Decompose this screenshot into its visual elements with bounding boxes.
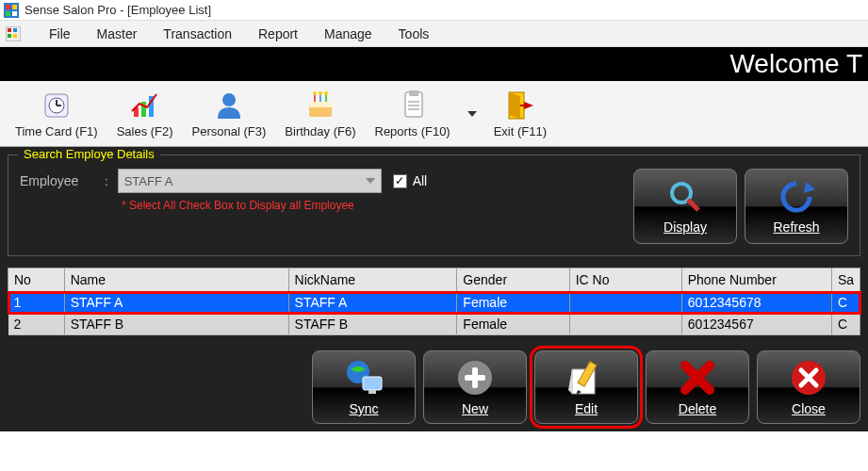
col-name[interactable]: Name xyxy=(64,268,288,292)
employee-label: Employee xyxy=(20,173,105,188)
title-bar: Sense Salon Pro - [Employee List] xyxy=(0,0,868,21)
birthday-icon xyxy=(303,89,337,122)
svg-rect-27 xyxy=(409,90,418,96)
menu-report[interactable]: Report xyxy=(245,23,311,45)
cell-phone: 601234567 xyxy=(681,314,831,335)
refresh-button[interactable]: Refresh xyxy=(745,169,848,244)
toolbar-timecard[interactable]: Time Card (F1) xyxy=(8,87,106,140)
display-label: Display xyxy=(663,219,707,235)
menu-tools[interactable]: Tools xyxy=(385,23,443,45)
display-button[interactable]: Display xyxy=(633,169,737,244)
personal-icon xyxy=(212,89,246,122)
svg-rect-1 xyxy=(6,5,10,9)
toolbar: Time Card (F1) Sales (F2) Personal (F3) … xyxy=(0,81,868,147)
menu-file[interactable]: File xyxy=(36,23,84,45)
edit-button[interactable]: Edit xyxy=(534,350,638,424)
employee-select-value: STAFF A xyxy=(124,174,173,188)
cell-ic xyxy=(569,314,681,335)
svg-line-34 xyxy=(688,200,698,210)
svg-rect-9 xyxy=(13,34,17,38)
delete-button[interactable]: Delete xyxy=(646,350,749,424)
close-label: Close xyxy=(792,401,826,416)
cell-no: 1 xyxy=(8,292,65,314)
all-checkbox[interactable]: ✓ All xyxy=(393,173,428,188)
svg-rect-37 xyxy=(363,377,382,390)
cell-gender: Female xyxy=(457,292,569,314)
welcome-banner: Welcome T xyxy=(0,47,868,81)
window-title: Sense Salon Pro - [Employee List] xyxy=(25,3,211,17)
plus-icon xyxy=(455,358,495,398)
svg-rect-4 xyxy=(12,11,17,16)
cell-phone: 6012345678 xyxy=(681,292,831,314)
cell-nick: STAFF A xyxy=(288,292,457,314)
employee-select[interactable]: STAFF A xyxy=(118,169,382,193)
toolbar-sales[interactable]: Sales (F2) xyxy=(109,87,181,140)
all-label: All xyxy=(413,173,428,188)
svg-point-24 xyxy=(319,91,322,95)
search-panel: Search Employe Details Employee : STAFF … xyxy=(0,147,868,343)
svg-rect-2 xyxy=(12,5,17,9)
svg-rect-6 xyxy=(8,28,11,32)
col-gender[interactable]: Gender xyxy=(457,268,569,292)
app-icon xyxy=(4,3,19,18)
toolbar-personal[interactable]: Personal (F3) xyxy=(185,87,274,140)
table-row[interactable]: 1 STAFF A STAFF A Female 6012345678 C xyxy=(8,292,860,314)
magnifier-icon xyxy=(666,178,704,216)
close-button[interactable]: Close xyxy=(757,350,860,424)
toolbar-label: Time Card (F1) xyxy=(15,124,98,138)
delete-x-icon xyxy=(678,358,717,398)
toolbar-reports[interactable]: Reports (F10) xyxy=(368,87,458,140)
toolbar-label: Exit (F11) xyxy=(494,124,547,138)
chevron-down-icon xyxy=(366,178,375,184)
footer-toolbar: Sync New Edit Delete Close xyxy=(0,343,868,431)
menu-transaction[interactable]: Transaction xyxy=(150,23,245,45)
cell-gender: Female xyxy=(457,314,569,335)
new-button[interactable]: New xyxy=(423,350,527,424)
refresh-icon xyxy=(778,178,815,216)
svg-marker-43 xyxy=(568,369,572,394)
svg-rect-3 xyxy=(6,11,10,16)
reports-dropdown-icon[interactable] xyxy=(467,111,477,117)
cell-name: STAFF A xyxy=(64,292,288,314)
svg-point-23 xyxy=(313,91,317,95)
col-ic[interactable]: IC No xyxy=(569,268,681,292)
cell-name: STAFF B xyxy=(64,314,288,335)
refresh-label: Refresh xyxy=(773,219,819,235)
toolbar-exit[interactable]: Exit (F11) xyxy=(486,87,554,140)
search-legend: Search Employe Details xyxy=(18,147,160,161)
toolbar-label: Sales (F2) xyxy=(117,124,173,138)
col-nick[interactable]: NickName xyxy=(288,268,457,292)
table-row[interactable]: 2 STAFF B STAFF B Female 601234567 C xyxy=(8,314,860,335)
svg-rect-7 xyxy=(13,28,17,32)
sync-button[interactable]: Sync xyxy=(312,350,416,424)
close-icon xyxy=(789,358,828,398)
sync-label: Sync xyxy=(349,401,378,416)
toolbar-label: Birthday (F6) xyxy=(285,124,355,138)
toolbar-label: Personal (F3) xyxy=(192,124,267,138)
toolbar-label: Reports (F10) xyxy=(375,124,450,138)
col-no[interactable]: No xyxy=(8,268,65,292)
svg-rect-8 xyxy=(8,34,11,38)
cell-sa: C xyxy=(831,292,860,314)
svg-rect-19 xyxy=(309,102,332,107)
cell-ic xyxy=(569,292,681,314)
menu-manage[interactable]: Manage xyxy=(311,23,385,45)
exit-icon xyxy=(503,89,537,122)
cell-no: 2 xyxy=(8,314,65,335)
reports-icon xyxy=(396,89,430,122)
edit-icon xyxy=(566,358,606,398)
svg-rect-38 xyxy=(368,390,376,394)
edit-label: Edit xyxy=(575,401,598,416)
menu-master[interactable]: Master xyxy=(84,23,151,45)
svg-point-25 xyxy=(324,91,328,95)
colon: : xyxy=(105,174,108,188)
menu-bar: File Master Transaction Report Manage To… xyxy=(0,21,868,47)
toolbar-birthday[interactable]: Birthday (F6) xyxy=(277,87,363,140)
mdi-icon xyxy=(6,26,21,41)
search-groupbox: Search Employe Details Employee : STAFF … xyxy=(8,154,860,256)
col-sa[interactable]: Sa xyxy=(831,268,860,292)
col-phone[interactable]: Phone Number xyxy=(681,268,831,292)
table-header-row: No Name NickName Gender IC No Phone Numb… xyxy=(8,268,860,292)
employee-table[interactable]: No Name NickName Gender IC No Phone Numb… xyxy=(8,268,860,335)
svg-rect-41 xyxy=(465,375,485,381)
